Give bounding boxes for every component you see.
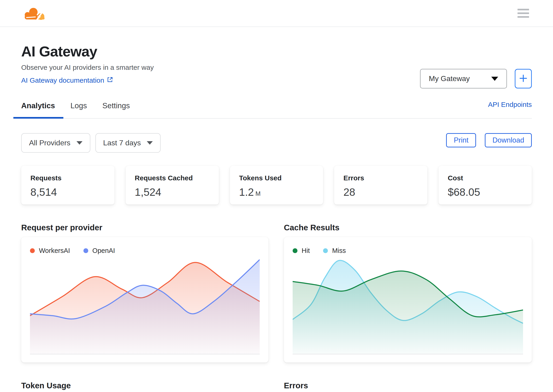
documentation-link[interactable]: AI Gateway documentation: [21, 77, 113, 84]
gateway-select-value: My Gateway: [429, 74, 470, 83]
legend-item-workersai: WorkersAI: [30, 247, 70, 254]
stat-label: Cost: [448, 174, 523, 182]
stat-card-requests-cached: Requests Cached 1,524: [126, 166, 219, 204]
gateway-controls: My Gateway: [420, 69, 532, 88]
cloudflare-logo-icon[interactable]: [23, 6, 45, 21]
action-buttons: Print Download: [446, 133, 532, 147]
cache-chart-legend: Hit Miss: [293, 245, 523, 256]
providers-filter-dropdown[interactable]: All Providers: [21, 133, 90, 153]
legend-dot-icon: [30, 248, 35, 253]
charts-section: Request per provider WorkersAI OpenAI Ca…: [21, 223, 532, 363]
legend-dot-icon: [323, 248, 328, 253]
page-title: AI Gateway: [21, 43, 532, 59]
add-gateway-button[interactable]: [515, 69, 532, 88]
stat-card-errors: Errors 28: [334, 166, 427, 204]
stat-value: 8,514: [30, 186, 105, 198]
stat-label: Requests: [30, 174, 105, 182]
stat-label: Errors: [343, 174, 418, 182]
hamburger-bar: [518, 16, 529, 18]
providers-filter-value: All Providers: [29, 139, 71, 147]
stat-card-requests: Requests 8,514: [21, 166, 114, 204]
stats-row: Requests 8,514 Requests Cached 1,524 Tok…: [21, 166, 532, 204]
page-content: AI Gateway Observe your AI providers in …: [0, 27, 553, 390]
caret-down-icon: [77, 141, 83, 145]
gateway-select[interactable]: My Gateway: [420, 69, 507, 88]
api-endpoints-link[interactable]: API Endpoints: [488, 101, 532, 108]
requests-per-provider-section: Request per provider WorkersAI OpenAI: [21, 223, 269, 363]
cache-chart-plot[interactable]: [293, 259, 523, 354]
filter-row: All Providers Last 7 days Print Download: [21, 133, 532, 153]
tab-logs[interactable]: Logs: [71, 97, 87, 118]
cache-results-section: Cache Results Hit Miss: [284, 223, 532, 363]
date-range-filter-dropdown[interactable]: Last 7 days: [95, 133, 161, 153]
legend-dot-icon: [293, 248, 298, 253]
filter-dropdowns: All Providers Last 7 days: [21, 133, 161, 153]
hamburger-bar: [518, 13, 529, 14]
download-button[interactable]: Download: [485, 133, 532, 147]
stat-value: 28: [343, 186, 418, 198]
stat-card-tokens-used: Tokens Used 1.2M: [230, 166, 323, 204]
stat-value: $68.05: [448, 186, 523, 198]
caret-down-icon: [491, 77, 498, 81]
errors-chart-title: Errors: [284, 381, 532, 390]
token-usage-title: Token Usage: [21, 381, 269, 390]
requests-chart-legend: WorkersAI OpenAI: [30, 245, 260, 256]
hamburger-menu-icon[interactable]: [518, 7, 529, 20]
external-link-icon: [107, 77, 113, 84]
requests-chart-title: Request per provider: [21, 223, 269, 232]
legend-item-openai: OpenAI: [83, 247, 115, 254]
bottom-sections: Token Usage Errors: [21, 381, 532, 390]
stat-card-cost: Cost $68.05: [439, 166, 532, 204]
requests-chart-plot[interactable]: [30, 259, 260, 354]
legend-item-miss: Miss: [323, 247, 346, 254]
tab-bar: Analytics Logs Settings API Endpoints: [21, 97, 532, 119]
documentation-link-label: AI Gateway documentation: [21, 77, 104, 84]
plus-icon: [518, 73, 528, 84]
cache-chart-title: Cache Results: [284, 223, 532, 232]
date-range-filter-value: Last 7 days: [103, 139, 141, 147]
caret-down-icon: [147, 141, 153, 145]
stat-value: 1,524: [135, 186, 210, 198]
legend-dot-icon: [83, 248, 88, 253]
tab-analytics[interactable]: Analytics: [21, 97, 55, 118]
page-header: AI Gateway Observe your AI providers in …: [21, 27, 532, 84]
requests-chart-card: WorkersAI OpenAI: [21, 237, 269, 363]
cache-chart-card: Hit Miss: [284, 237, 532, 363]
stat-label: Requests Cached: [135, 174, 210, 182]
stat-label: Tokens Used: [239, 174, 314, 182]
hamburger-bar: [518, 9, 529, 10]
stat-value: 1.2M: [239, 186, 314, 198]
top-navigation-bar: [0, 0, 553, 27]
legend-item-hit: Hit: [293, 247, 310, 254]
tab-settings[interactable]: Settings: [102, 97, 130, 118]
print-button[interactable]: Print: [446, 133, 476, 147]
